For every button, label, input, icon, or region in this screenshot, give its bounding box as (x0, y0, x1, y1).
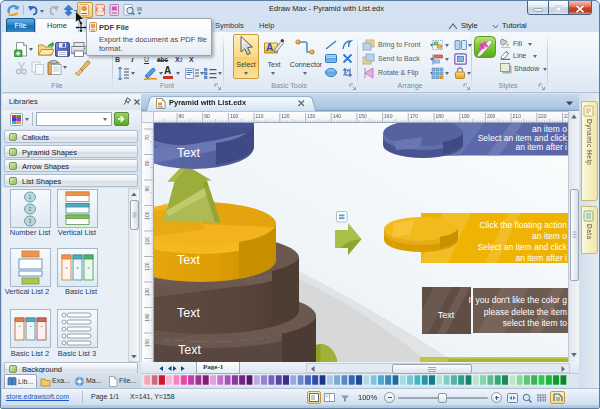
svg-text:A: A (266, 42, 273, 53)
